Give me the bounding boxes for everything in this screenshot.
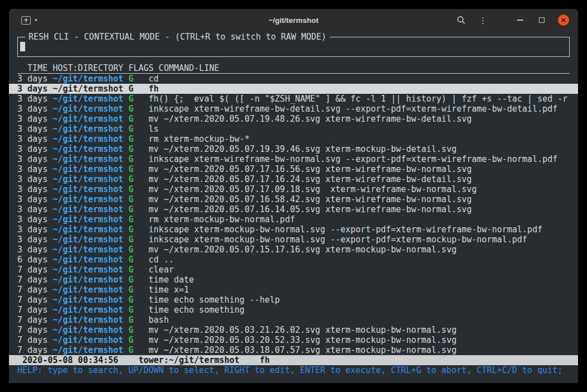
history-row[interactable]: 3 days ~/git/termshot G inkscape xterm-w… [9,154,578,164]
row-time: 7 days [17,265,48,275]
row-host: ~/git/termshot [48,124,123,134]
history-row[interactable]: 7 days ~/git/termshot G clear [9,265,578,275]
restore-button[interactable] [536,15,547,26]
row-time: 7 days [17,345,48,355]
row-time: 3 days [17,214,48,224]
row-flags: G [124,74,134,84]
row-command: time echo something --help [134,295,280,305]
menu-button[interactable]: ⋮ [477,15,489,26]
row-time: 3 days [17,104,48,114]
history-row[interactable]: 7 days ~/git/termshot G mv ~/xterm.2020.… [9,345,578,355]
chevron-down-icon: ▾ [35,17,37,23]
row-time: 7 days [17,315,48,325]
history-row[interactable]: 3 days ~/git/termshot G mv ~/xterm.2020.… [9,164,578,174]
row-host: ~/git/termshot [48,194,123,204]
row-command: fh() {; eval $( ([ -n "$ZSH_NAME" ] && f… [134,94,568,104]
history-row[interactable]: 3 days ~/git/termshot G mv ~/xterm.2020.… [9,204,578,214]
row-flags: G [124,265,134,275]
search-input-box[interactable]: RESH CLI - CONTEXTUAL MODE - (CTRL+R to … [17,37,570,57]
row-time: 3 days [17,184,48,194]
history-row[interactable]: 3 days ~/git/termshot G inkscape xterm-m… [9,235,578,245]
help-line: HELP: type to search, UP/DOWN to select,… [9,365,578,375]
row-command: mv ~/xterm.2020.05.07.16.14.05.svg xterm… [134,204,472,214]
row-host: ~/git/termshot [48,285,123,295]
history-row[interactable]: 3 days ~/git/termshot G inkscape xterm-w… [9,104,578,114]
row-time: 7 days [17,285,48,295]
row-time: 3 days [17,124,48,134]
row-host: ~/git/termshot [48,224,123,235]
kebab-menu-icon: ⋮ [479,16,487,25]
row-host: ~/git/termshot [48,295,123,305]
row-flags: G [124,224,134,235]
row-host: ~/git/termshot [48,74,123,84]
history-row[interactable]: 3 days ~/git/termshot G cd [9,74,578,84]
history-row[interactable]: 7 days ~/git/termshot G bash [9,315,578,325]
row-flags: G [124,94,134,104]
history-row[interactable]: 3 days ~/git/termshot G inkscape xterm-m… [9,224,578,235]
search-button[interactable] [456,15,467,26]
row-command: inkscape xterm-wireframe-bw-detail.svg -… [134,104,558,114]
minimize-button[interactable] [514,15,526,26]
history-list: 3 days ~/git/termshot G cd3 days ~/git/t… [9,74,578,355]
row-host: ~/git/termshot [48,94,123,104]
history-row[interactable]: 3 days ~/git/termshot G fh [9,84,578,94]
row-command: mv ~/xterm.2020.05.03.21.26.02.svg xterm… [134,325,457,335]
row-host: ~/git/termshot [48,184,123,194]
row-flags: G [124,114,134,124]
row-command: rm xterm-mockup-bw-* [134,134,250,144]
history-row[interactable]: 3 days ~/git/termshot G mv ~/xterm.2020.… [9,245,578,255]
row-time: 3 days [17,94,48,104]
row-host: ~/git/termshot [48,235,123,245]
row-flags: G [124,164,134,174]
history-row[interactable]: 3 days ~/git/termshot G mv ~/xterm.2020.… [9,194,578,204]
table-header: TIME HOST:DIRECTORY FLAGS COMMAND-LINE [17,63,570,74]
row-host: ~/git/termshot [48,275,123,285]
history-row[interactable]: 3 days ~/git/termshot G mv ~/xterm.2020.… [9,174,578,184]
row-host: ~/git/termshot [48,255,123,265]
row-command: time echo something [134,305,245,315]
history-row[interactable]: 6 days ~/git/termshot G cd .. [9,255,578,265]
row-host: ~/git/termshot [48,214,123,224]
row-command: mv ~/xterm.2020.05.07.15.17.16.svg xterm… [134,245,457,255]
history-row[interactable]: 7 days ~/git/termshot G time echo someth… [9,295,578,305]
row-host: ~/git/termshot [48,114,123,124]
history-row[interactable]: 7 days ~/git/termshot G time date [9,275,578,285]
history-row[interactable]: 3 days ~/git/termshot G rm xterm-mockup-… [9,214,578,224]
history-row[interactable]: 7 days ~/git/termshot G mv ~/xterm.2020.… [9,325,578,335]
titlebar-left-controls: +▾ [21,16,37,25]
row-time: 6 days [17,255,48,265]
history-row[interactable]: 7 days ~/git/termshot G time x=1 [9,285,578,295]
row-host: ~/git/termshot [48,134,123,144]
history-row[interactable]: 7 days ~/git/termshot G time echo someth… [9,305,578,315]
close-button[interactable]: × [558,15,569,26]
history-row[interactable]: 3 days ~/git/termshot G mv ~/xterm.2020.… [9,144,578,154]
history-row[interactable]: 3 days ~/git/termshot G ls [9,124,578,134]
text-cursor [20,42,25,51]
row-command: inkscape xterm-mockup-bw-normal.svg --ex… [134,235,527,245]
new-tab-button[interactable]: +▾ [21,16,37,25]
search-box-title: RESH CLI - CONTEXTUAL MODE - (CTRL+R to … [25,32,330,42]
history-row[interactable]: 3 days ~/git/termshot G mv ~/xterm.2020.… [9,184,578,194]
row-time: 3 days [17,245,48,255]
row-host: ~/git/termshot [48,154,123,164]
row-command: inkscape xterm-mockup-bw-normal.svg --ex… [134,224,543,235]
row-time: 3 days [17,235,48,245]
row-host: ~/git/termshot [48,315,123,325]
row-flags: G [124,245,134,255]
row-command: cd .. [134,255,174,265]
history-row[interactable]: 3 days ~/git/termshot G mv ~/xterm.2020.… [9,114,578,124]
row-time: 3 days [17,144,48,154]
row-time: 3 days [17,84,48,94]
row-command: mv ~/xterm.2020.05.07.16.58.42.svg xterm… [134,194,472,204]
row-host: ~/git/termshot [48,345,123,355]
row-flags: G [124,154,134,164]
history-row[interactable]: 7 days ~/git/termshot G mv ~/xterm.2020.… [9,335,578,345]
row-host: ~/git/termshot [48,174,123,184]
row-flags: G [124,345,134,355]
history-row[interactable]: 3 days ~/git/termshot G rm xterm-mockup-… [9,134,578,144]
history-row[interactable]: 3 days ~/git/termshot G fh() {; eval $( … [9,94,578,104]
terminal-content: RESH CLI - CONTEXTUAL MODE - (CTRL+R to … [9,37,578,383]
row-command: mv ~/xterm.2020.05.07.19.48.26.svg xterm… [134,114,472,124]
row-time: 3 days [17,134,48,144]
restore-icon [539,17,545,23]
